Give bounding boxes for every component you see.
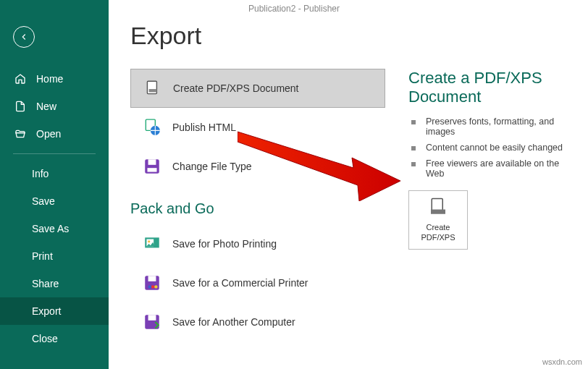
svg-rect-5 [148, 159, 156, 165]
svg-rect-6 [148, 168, 157, 171]
export-details-column: Create a PDF/XPS Document Preserves font… [385, 69, 566, 342]
option-save-photo-printing[interactable]: Save for Photo Printing [130, 224, 385, 263]
option-save-another-computer[interactable]: Save for Another Computer [130, 302, 385, 342]
main-content: Export Create PDF/XPS Document Publish H… [109, 0, 588, 369]
html-globe-icon [143, 118, 161, 137]
option-label: Create PDF/XPS Document [173, 82, 299, 94]
svg-rect-11 [148, 276, 156, 281]
option-change-file-type[interactable]: Change File Type [130, 147, 385, 186]
sidebar: Home New Open Info Save Save As Print Sh… [0, 0, 109, 369]
details-bullet: Free viewers are available on the Web [408, 158, 566, 179]
svg-rect-1 [149, 89, 157, 92]
svg-point-13 [151, 285, 154, 288]
back-button[interactable] [13, 26, 35, 48]
nav-print[interactable]: Print [0, 242, 109, 270]
nav-save[interactable]: Save [0, 187, 109, 215]
page-title: Export [130, 22, 566, 50]
create-btn-line1: Create [426, 223, 450, 232]
pdf-document-icon [143, 79, 162, 98]
save-another-computer-icon [143, 313, 161, 331]
nav-info[interactable]: Info [0, 160, 109, 187]
option-label: Publish HTML [172, 122, 236, 133]
nav-home-label: Home [36, 73, 63, 85]
bullet-icon [411, 162, 416, 166]
watermark: wsxdn.com [542, 357, 582, 366]
svg-rect-16 [148, 315, 156, 321]
svg-point-12 [148, 285, 151, 288]
save-disk-icon [143, 157, 161, 176]
details-title: Create a PDF/XPS Document [408, 69, 566, 106]
option-label: Save for Another Computer [172, 316, 295, 328]
back-arrow-icon [19, 32, 29, 42]
home-icon [14, 73, 26, 85]
nav-export[interactable]: Export [0, 297, 109, 325]
nav-new[interactable]: New [0, 93, 109, 120]
nav-divider [13, 153, 96, 154]
create-btn-line2: PDF/XPS [421, 233, 455, 242]
nav-share[interactable]: Share [0, 270, 109, 297]
option-label: Change File Type [172, 161, 251, 172]
details-bullet: Content cannot be easily changed [408, 143, 566, 153]
option-publish-html[interactable]: Publish HTML [130, 108, 385, 147]
nav-new-label: New [36, 101, 56, 112]
nav-open[interactable]: Open [0, 120, 109, 148]
commercial-printer-icon [143, 273, 161, 292]
svg-rect-18 [431, 210, 445, 214]
details-bullet: Preserves fonts, formatting, and images [408, 116, 566, 137]
svg-point-14 [154, 285, 157, 288]
nav-save-as[interactable]: Save As [0, 215, 109, 242]
option-create-pdf-xps[interactable]: Create PDF/XPS Document [130, 69, 385, 108]
nav-open-label: Open [36, 128, 61, 140]
pack-and-go-heading: Pack and Go [130, 200, 385, 217]
bullet-icon [411, 146, 416, 150]
option-save-commercial-printer[interactable]: Save for a Commercial Printer [130, 263, 385, 302]
photo-printing-icon [143, 234, 161, 253]
bullet-icon [411, 120, 416, 124]
folder-open-icon [14, 128, 26, 140]
nav-close[interactable]: Close [0, 325, 109, 352]
svg-point-9 [148, 240, 150, 242]
create-pdf-xps-button[interactable]: CreatePDF/XPS [408, 190, 468, 250]
option-label: Save for Photo Printing [172, 238, 277, 250]
option-label: Save for a Commercial Printer [172, 277, 308, 289]
nav-home[interactable]: Home [0, 65, 109, 93]
export-options-column: Create PDF/XPS Document Publish HTML Cha… [130, 69, 385, 342]
pdf-export-icon [427, 197, 449, 219]
document-icon [14, 101, 26, 112]
